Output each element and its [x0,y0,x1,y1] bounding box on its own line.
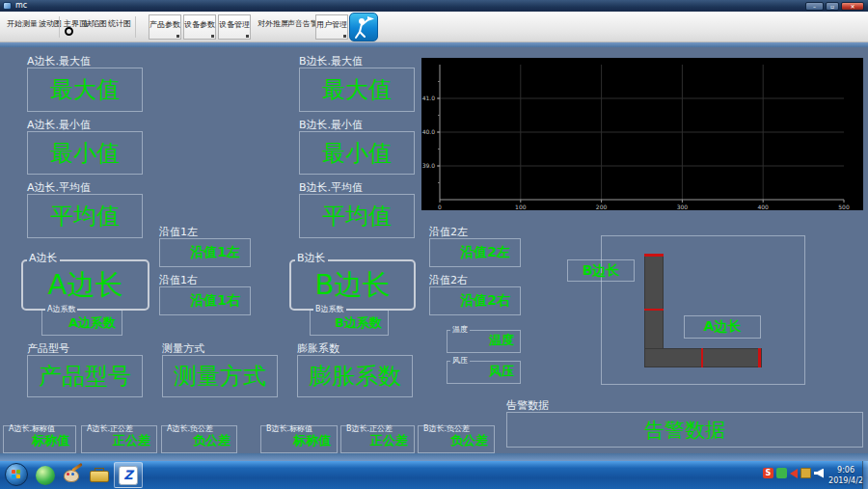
field-caption: A边系数 [45,305,77,314]
value-box[interactable]: 产品型号 [27,355,143,397]
field-b-length[interactable]: B边长 B边长 [289,259,416,311]
field-b-neg-tol[interactable]: B边长.负公差 负公差 [418,425,495,453]
taskbar: Z S 9:06 2019/4/2 [0,461,868,489]
value-box[interactable]: 告警数据 [506,412,863,448]
field-value: A边系数 [68,314,116,332]
field-value: A边长 [48,266,123,305]
title-bar: mc – ▫ ✕ [0,0,868,12]
toolbar-button-defect-chart[interactable]: 缺陷图 [84,18,107,29]
svg-text:39.0: 39.0 [422,162,436,169]
start-button[interactable] [5,463,28,486]
field-caption: A边长.平均值 [27,182,143,193]
field-value: 沿值2左 [460,244,510,261]
taskbar-app-paint[interactable] [60,463,85,487]
field-value: 负公差 [193,432,231,449]
network-icon[interactable] [776,468,787,478]
toolbar-button-stats-chart[interactable]: 统计图 [108,18,131,29]
person-flag-icon [350,14,377,41]
field-a-min: A边长.最小值 最小值 [27,120,143,175]
alert-arrow-icon[interactable] [790,469,798,478]
system-tray: S [763,468,824,478]
field-expansion-coef: 膨胀系数 膨胀系数 [297,343,413,397]
field-a-neg-tol[interactable]: A边长.负公差 负公差 [161,425,237,453]
field-edge1-left: 沿值1左 沿值1左 [159,227,251,267]
show-desktop-button[interactable] [862,461,868,489]
field-alarm-data: 告警数据 告警数据 [506,400,863,448]
field-a-coef[interactable]: A边系数 A边系数 [41,310,122,336]
field-a-pos-tol[interactable]: A边长.正公差 正公差 [81,425,157,453]
toolbar-panel-user-manage[interactable]: 用户管理 [315,14,348,40]
red-mark [644,254,664,257]
toolbar-button-sound-alarm[interactable]: 声音告警 [287,18,318,29]
value-box[interactable]: 最小值 [27,131,143,175]
clock-time: 9:06 [828,465,863,475]
field-product-model: 产品型号 产品型号 [27,343,143,397]
taskbar-clock[interactable]: 9:06 2019/4/2 [828,465,863,486]
value-box[interactable]: 最大值 [299,68,415,112]
value-box[interactable]: 最小值 [299,131,415,175]
toolbar-panel-device-params[interactable]: 设备参数 [183,14,216,40]
svg-text:100: 100 [515,204,527,210]
field-caption: 沿值1左 [159,227,251,237]
field-a-length[interactable]: A边长 A边长 [21,259,149,311]
field-value: 标称值 [32,432,69,449]
taskbar-app-explorer[interactable] [87,463,112,487]
svg-text:200: 200 [596,204,608,210]
field-wind-pressure[interactable]: 风压 风压 [447,361,521,384]
folder-icon [90,468,109,483]
brand-logo-icon[interactable] [349,13,378,41]
toolbar-button-push-screen[interactable]: 对外推屏 [258,18,288,29]
value-box[interactable]: 膨胀系数 [297,355,413,397]
palette-shape [64,470,79,482]
paint-icon [63,467,82,484]
field-caption: 温度 [450,325,470,335]
value-box[interactable]: 平均值 [299,194,415,238]
field-temperature[interactable]: 温度 温度 [447,330,521,353]
taskbar-app-browser[interactable] [33,463,58,487]
value-box[interactable]: 沿值2右 [429,286,521,315]
field-value: 沿值2右 [460,292,510,310]
field-a-nominal[interactable]: A边长.标称值 标称值 [3,425,76,453]
taskbar-app-measurement-active[interactable]: Z [114,462,143,488]
maximize-button[interactable]: ▫ [826,2,839,11]
flag-green [16,470,20,474]
field-b-coef[interactable]: B边系数 B边系数 [310,310,389,336]
field-caption: 膨胀系数 [297,343,413,354]
windows-logo-icon [12,470,21,479]
close-button[interactable]: ✕ [841,2,864,11]
toolbar-panel-product-params[interactable]: 产品参数 [149,14,181,40]
volume-icon[interactable] [814,469,824,478]
frame-top [0,42,868,47]
toolbar-panel-device-manage[interactable]: 设备管理 [218,14,251,40]
value-box[interactable]: 沿值1左 [159,238,251,267]
input-method-icon[interactable]: S [763,468,773,478]
flag-red [12,470,15,474]
field-edge2-left: 沿值2左 沿值2左 [429,227,521,267]
app-window: mc – ▫ ✕ 开始测量 波动图 主界面 缺陷图 统计图 产品参数 设备参数 … [0,0,868,489]
value-box[interactable]: 沿值1右 [159,286,251,315]
value-box[interactable]: 沿值2左 [429,238,521,267]
red-mark [758,348,761,367]
field-value: 最大值 [50,74,120,105]
value-box[interactable]: 测量方式 [162,355,278,397]
field-caption: 风压 [450,356,470,366]
value-box[interactable]: 最大值 [27,68,143,112]
field-caption: B边长.最大值 [299,56,415,67]
main-panel: A边长.最大值 最大值 A边长.最小值 最小值 A边长.平均值 平均值 B边长.… [0,42,868,461]
svg-text:300: 300 [677,204,689,210]
value-box[interactable]: 平均值 [27,194,143,238]
folder-body [90,471,109,482]
field-b-nominal[interactable]: B边长.标称值 标称值 [260,425,338,453]
field-value: 沿值1右 [190,292,240,310]
field-value: 测量方式 [174,361,266,392]
field-value: 正公差 [370,432,408,449]
field-b-pos-tol[interactable]: B边长.正公差 正公差 [340,425,415,453]
field-caption: B边长.最小值 [299,120,415,130]
minimize-button[interactable]: – [805,2,824,11]
system-status-icon[interactable] [800,468,811,478]
field-caption: A边长.最大值 [27,56,143,67]
toolbar-button-start-measure[interactable]: 开始测量 [7,18,38,29]
toolbar-separator [135,16,136,38]
field-value: 温度 [489,332,514,349]
paint-dot [71,473,74,475]
